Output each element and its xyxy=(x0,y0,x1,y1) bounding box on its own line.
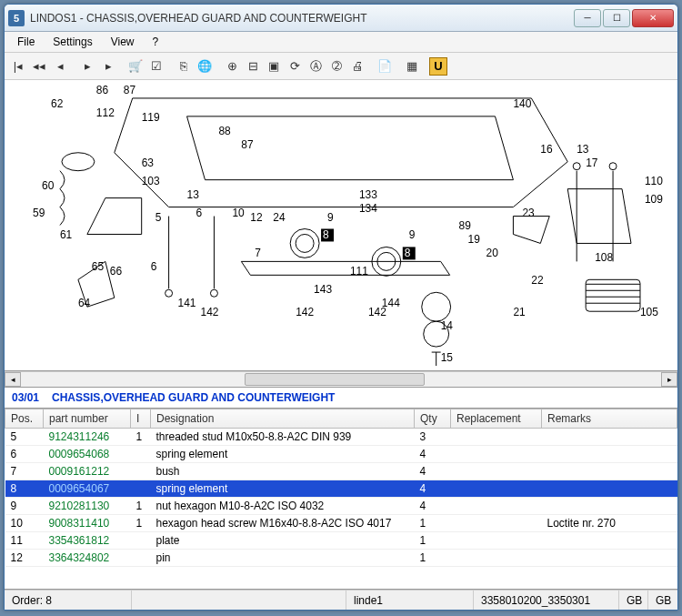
prev-icon[interactable]: ◂ xyxy=(50,56,70,76)
print-icon[interactable]: 🖨 xyxy=(347,56,367,76)
callout-label[interactable]: 14 xyxy=(441,319,454,332)
cart-icon[interactable]: 🛒 xyxy=(125,56,145,76)
horizontal-scrollbar[interactable]: ◂ ▸ xyxy=(5,371,677,388)
first-icon[interactable]: |◂ xyxy=(8,56,28,76)
parts-table-wrap[interactable]: Pos. part number I Designation Qty Repla… xyxy=(5,409,677,590)
callout-label[interactable]: 23 xyxy=(522,207,535,219)
table-row[interactable]: 70009161212bush4 xyxy=(5,463,677,480)
col-replacement[interactable]: Replacement xyxy=(451,409,542,429)
callout-label[interactable]: 112 xyxy=(96,106,115,119)
callout-label[interactable]: 59 xyxy=(33,207,45,219)
callout-label[interactable]: 13 xyxy=(187,188,200,201)
callout-label[interactable]: 142 xyxy=(296,306,314,318)
table-row[interactable]: 113354361812plate1 xyxy=(5,532,677,550)
callout-label[interactable]: 143 xyxy=(314,283,332,296)
callout-label[interactable]: 142 xyxy=(200,306,218,318)
callout-label[interactable]: 88 xyxy=(218,125,231,137)
callout-label[interactable]: 7 xyxy=(255,247,261,259)
callout-label[interactable]: 16 xyxy=(540,143,553,156)
cell-qty: 4 xyxy=(415,498,451,515)
callout-label[interactable]: 19 xyxy=(468,233,481,246)
globe-icon[interactable]: 🌐 xyxy=(195,56,215,76)
callout-label[interactable]: 9 xyxy=(409,228,416,241)
table-row[interactable]: 80009654067spring element4 xyxy=(5,480,677,498)
col-i[interactable]: I xyxy=(131,409,151,429)
scroll-right-arrow[interactable]: ▸ xyxy=(661,372,677,387)
menu-view[interactable]: View xyxy=(104,34,142,50)
callout-label[interactable]: 110 xyxy=(645,175,663,187)
callout-label[interactable]: 6 xyxy=(196,207,203,219)
page-down-icon[interactable]: ▸ xyxy=(98,56,118,76)
scroll-track[interactable] xyxy=(21,373,661,386)
callout-label[interactable]: 141 xyxy=(178,297,196,309)
callout-label[interactable]: 21 xyxy=(513,306,526,318)
callout-label[interactable]: 133 xyxy=(359,188,377,201)
callout-label[interactable]: 10 xyxy=(232,207,245,219)
minimize-button[interactable]: ─ xyxy=(574,9,601,27)
callout-label[interactable]: 86 xyxy=(96,84,109,96)
maximize-button[interactable]: ☐ xyxy=(603,9,630,27)
callout-label[interactable]: 109 xyxy=(645,193,663,206)
callout-label[interactable]: 87 xyxy=(241,138,254,151)
callout-label[interactable]: 105 xyxy=(640,306,658,318)
callout-label[interactable]: 6 xyxy=(151,260,157,273)
col-designation[interactable]: Designation xyxy=(151,409,415,429)
callout-label[interactable]: 62 xyxy=(51,97,64,110)
page-up-icon[interactable]: ▸ xyxy=(77,56,97,76)
callout-label[interactable]: 134 xyxy=(359,202,377,215)
callout-label[interactable]: 64 xyxy=(78,297,91,309)
diagram-viewport[interactable]: 6286871121198887133134140161317110109108… xyxy=(5,80,677,371)
refresh-icon[interactable]: ⟳ xyxy=(285,56,305,76)
menu-settings[interactable]: Settings xyxy=(45,34,99,50)
callout-label[interactable]: 119 xyxy=(142,111,160,124)
col-remarks[interactable]: Remarks xyxy=(542,409,677,429)
callout-label[interactable]: 17 xyxy=(586,157,598,169)
menu-file[interactable]: File xyxy=(10,34,42,50)
page-icon[interactable]: 📄 xyxy=(375,56,395,76)
callout-label[interactable]: 12 xyxy=(250,211,263,224)
callout-label[interactable]: 13 xyxy=(577,143,589,156)
scroll-left-arrow[interactable]: ◂ xyxy=(5,372,21,387)
marker-icon[interactable]: Ⓐ xyxy=(306,56,326,76)
menu-help[interactable]: ? xyxy=(145,34,166,50)
table-row[interactable]: 1090083114101hexagon head screw M16x40-8… xyxy=(5,515,677,532)
col-qty[interactable]: Qty xyxy=(415,409,451,429)
callout-label[interactable]: 63 xyxy=(142,157,155,169)
table-row[interactable]: 591243112461threaded stud M10x50-8.8-A2C… xyxy=(5,429,677,446)
table-row[interactable]: 123364324802pin1 xyxy=(5,550,677,567)
find-icon[interactable]: ➁ xyxy=(326,56,346,76)
callout-label[interactable]: 140 xyxy=(513,97,531,110)
callout-label[interactable]: 103 xyxy=(142,175,160,187)
callout-label[interactable]: 8 xyxy=(405,247,411,259)
close-button[interactable]: ✕ xyxy=(632,9,674,27)
callout-label[interactable]: 15 xyxy=(441,351,454,364)
callout-label[interactable]: 20 xyxy=(486,247,499,259)
check-icon[interactable]: ☑ xyxy=(146,56,166,76)
callout-label[interactable]: 60 xyxy=(42,179,55,192)
callout-label[interactable]: 61 xyxy=(60,228,73,241)
fit-icon[interactable]: ▣ xyxy=(264,56,284,76)
zoom-in-icon[interactable]: ⊕ xyxy=(222,56,242,76)
block-icon[interactable]: ▦ xyxy=(402,56,422,76)
callout-label[interactable]: 66 xyxy=(110,265,123,278)
table-row[interactable]: 60009654068spring element4 xyxy=(5,446,677,463)
callout-label[interactable]: 22 xyxy=(531,274,544,287)
callout-label[interactable]: 87 xyxy=(124,84,136,96)
col-part-number[interactable]: part number xyxy=(44,409,131,429)
zoom-out-icon[interactable]: ⊟ xyxy=(243,56,263,76)
scroll-thumb[interactable] xyxy=(245,373,424,386)
callout-label[interactable]: 24 xyxy=(273,211,286,224)
callout-label[interactable]: 144 xyxy=(382,297,400,309)
callout-label[interactable]: 5 xyxy=(155,211,162,224)
callout-label[interactable]: 89 xyxy=(459,219,472,232)
rewind-icon[interactable]: ◂◂ xyxy=(29,56,49,76)
callout-label[interactable]: 111 xyxy=(350,265,368,278)
callout-label[interactable]: 8 xyxy=(323,228,329,241)
callout-label[interactable]: 9 xyxy=(327,211,334,224)
col-pos[interactable]: Pos. xyxy=(5,409,44,429)
nav-icon[interactable]: ⎘ xyxy=(174,56,194,76)
callout-label[interactable]: 65 xyxy=(92,260,105,273)
callout-label[interactable]: 108 xyxy=(595,251,613,264)
table-row[interactable]: 992102811301nut hexagon M10-8-A2C ISO 40… xyxy=(5,498,677,515)
u-button[interactable]: U xyxy=(429,57,447,76)
